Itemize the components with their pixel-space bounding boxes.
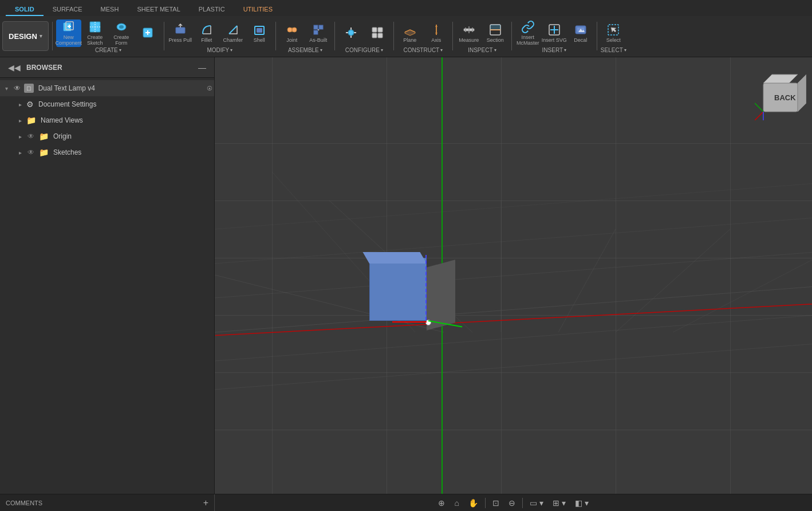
- btn-section[interactable]: Section: [483, 19, 508, 47]
- assemble-group-label[interactable]: ASSEMBLE ▾: [288, 47, 322, 53]
- browser-close-btn[interactable]: —: [196, 62, 208, 73]
- nav-cube[interactable]: BACK: [755, 69, 801, 115]
- design-label: DESIGN: [9, 32, 37, 41]
- create-group-label[interactable]: CREATE ▾: [95, 47, 121, 53]
- btn-display-mode[interactable]: ▭ ▾: [526, 497, 547, 509]
- btn-new-component-label: New Component: [56, 35, 82, 46]
- tab-sheet-metal[interactable]: SHEET METAL: [128, 3, 189, 16]
- insert-label-text: INSERT: [542, 47, 563, 53]
- tree-item-root[interactable]: ▾ 👁 □ Dual Text Lamp v4 ⦿: [0, 80, 214, 96]
- btn-grid-display[interactable]: ⊞ ▾: [549, 497, 569, 509]
- group-modify: Press Pull Fillet Chamfer: [168, 19, 272, 53]
- btn-insert-svg[interactable]: Insert SVG: [542, 19, 567, 47]
- assemble-buttons: Joint As-Built: [279, 19, 331, 47]
- design-arrow: ▾: [40, 33, 42, 39]
- tree-item-document-settings[interactable]: ▸ ⚙ Document Settings: [0, 96, 214, 112]
- insert-group-label[interactable]: INSERT ▾: [542, 47, 567, 53]
- inspect-group-label[interactable]: INSPECT ▾: [468, 47, 496, 53]
- grid-v-3: [501, 57, 502, 494]
- svg-line-48: [215, 218, 812, 264]
- tree-item-sketches[interactable]: ▸ 👁 📁 Sketches: [0, 144, 214, 160]
- svg-line-55: [616, 229, 730, 332]
- sep1: [52, 22, 53, 50]
- nav-cube-svg[interactable]: BACK: [755, 69, 806, 120]
- browser-header: ◀◀ BROWSER —: [0, 57, 214, 78]
- origin-expand[interactable]: ▸: [16, 133, 24, 140]
- btn-measure[interactable]: Measure: [456, 19, 482, 47]
- btn-joint[interactable]: Joint: [279, 19, 305, 47]
- select-group-label[interactable]: SELECT ▾: [601, 47, 626, 53]
- comments-add-btn[interactable]: +: [203, 498, 208, 508]
- origin-eye-icon[interactable]: 👁: [26, 132, 36, 141]
- btn-new-component[interactable]: New Component: [56, 19, 81, 47]
- btn-press-pull[interactable]: Press Pull: [168, 19, 193, 47]
- grid-h-1: [215, 143, 812, 144]
- bottom-bar: COMMENTS + ⊕ ⌂ ✋ ⊡ ⊖ ▭ ▾ ⊞ ▾ ◧ ▾: [0, 494, 812, 511]
- tab-mesh[interactable]: MESH: [92, 3, 128, 16]
- svg-line-63: [755, 112, 763, 120]
- browser-content: ▾ 👁 □ Dual Text Lamp v4 ⦿ ▸ ⚙ Document S…: [0, 78, 214, 494]
- modify-group-label[interactable]: MODIFY ▾: [207, 47, 232, 53]
- btn-fillet[interactable]: Fillet: [194, 19, 219, 47]
- btn-create-sketch[interactable]: Create Sketch: [82, 19, 108, 47]
- tab-surface[interactable]: SURFACE: [44, 3, 92, 16]
- tab-utilities[interactable]: UTILITIES: [234, 3, 282, 16]
- svg-rect-19: [314, 30, 318, 34]
- root-eye-icon[interactable]: 👁: [13, 84, 22, 93]
- btn-insert-link[interactable]: Insert McMaster: [515, 19, 541, 47]
- btn-plane-label: Plane: [403, 38, 416, 44]
- assemble-label-text: ASSEMBLE: [288, 47, 319, 53]
- btn-zoom-out[interactable]: ⊖: [505, 497, 519, 509]
- btn-as-built[interactable]: As-Built: [306, 19, 331, 47]
- svg-line-49: [215, 183, 812, 229]
- btn-vis-style[interactable]: ◧ ▾: [571, 497, 592, 509]
- browser-back-btn[interactable]: ◀◀: [6, 62, 23, 73]
- named-views-expand[interactable]: ▸: [16, 117, 24, 124]
- btn-configure1[interactable]: [338, 19, 364, 47]
- create-dropdown-arrow: ▾: [119, 48, 121, 53]
- doc-settings-expand[interactable]: ▸: [16, 101, 24, 108]
- design-dropdown[interactable]: DESIGN ▾: [2, 21, 49, 51]
- btn-create-extra[interactable]: [135, 19, 160, 47]
- comments-label: COMMENTS: [6, 500, 42, 506]
- svg-text:BACK: BACK: [774, 93, 796, 102]
- btn-shell[interactable]: Shell: [247, 19, 272, 47]
- btn-create-form[interactable]: Create Form: [109, 19, 134, 47]
- svg-rect-27: [378, 27, 383, 32]
- origin-label: Origin: [53, 132, 214, 140]
- browser-title-text: BROWSER: [26, 64, 62, 72]
- btn-configure2[interactable]: [365, 19, 390, 47]
- btn-pan[interactable]: ✋: [465, 497, 482, 509]
- btn-as-built-label: As-Built: [309, 38, 327, 44]
- root-expand[interactable]: ▾: [2, 85, 10, 92]
- btn-orbit[interactable]: ⊕: [435, 497, 448, 509]
- sep2: [164, 22, 164, 50]
- svg-point-21: [348, 30, 354, 36]
- tab-plastic[interactable]: PLASTIC: [190, 3, 234, 16]
- btn-zoom-fit[interactable]: ⊡: [489, 497, 503, 509]
- root-radio-icon[interactable]: ⦿: [205, 84, 214, 93]
- construct-group-label[interactable]: CONSTRUCT ▾: [403, 47, 443, 53]
- btn-decal[interactable]: Decal: [568, 19, 593, 47]
- inspect-dropdown-arrow: ▾: [494, 48, 496, 53]
- btn-home[interactable]: ⌂: [451, 497, 462, 509]
- btn-plane[interactable]: Plane: [397, 19, 423, 47]
- btn-chamfer[interactable]: Chamfer: [220, 19, 246, 47]
- tab-solid[interactable]: SOLID: [6, 3, 44, 16]
- configure-group-label[interactable]: CONFIGURE ▾: [345, 47, 383, 53]
- btn-select[interactable]: Select: [601, 19, 626, 47]
- sep6: [452, 22, 453, 50]
- btn-measure-label: Measure: [459, 38, 479, 44]
- svg-rect-17: [314, 25, 318, 29]
- sketches-eye-icon[interactable]: 👁: [26, 148, 36, 157]
- group-select: Select SELECT ▾: [601, 19, 626, 53]
- btn-shell-label: Shell: [254, 38, 265, 44]
- tree-item-origin[interactable]: ▸ 👁 📁 Origin: [0, 128, 214, 144]
- sketches-expand[interactable]: ▸: [16, 150, 24, 156]
- main-content: ◀◀ BROWSER — ▾ 👁 □ Dual Text Lamp v4 ⦿ ▸…: [0, 57, 812, 494]
- svg-point-15: [292, 27, 297, 32]
- viewport[interactable]: BACK: [215, 57, 812, 494]
- svg-line-54: [558, 229, 616, 332]
- tree-item-named-views[interactable]: ▸ 📁 Named Views: [0, 112, 214, 128]
- btn-axis[interactable]: Axis: [424, 19, 449, 47]
